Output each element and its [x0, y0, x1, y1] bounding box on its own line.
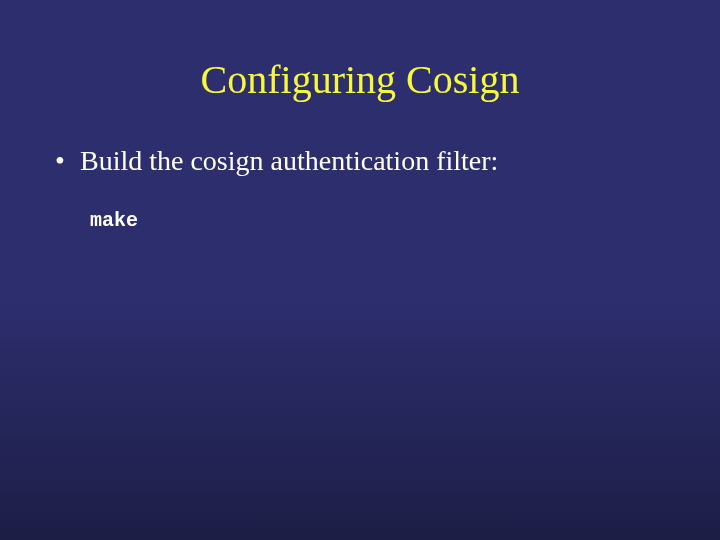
code-command: make: [90, 209, 720, 232]
slide-title: Configuring Cosign: [0, 56, 720, 103]
bullet-item: • Build the cosign authentication filter…: [48, 145, 720, 177]
slide-body: • Build the cosign authentication filter…: [48, 145, 720, 232]
bullet-text: Build the cosign authentication filter:: [80, 145, 498, 177]
bullet-icon: •: [48, 145, 72, 177]
